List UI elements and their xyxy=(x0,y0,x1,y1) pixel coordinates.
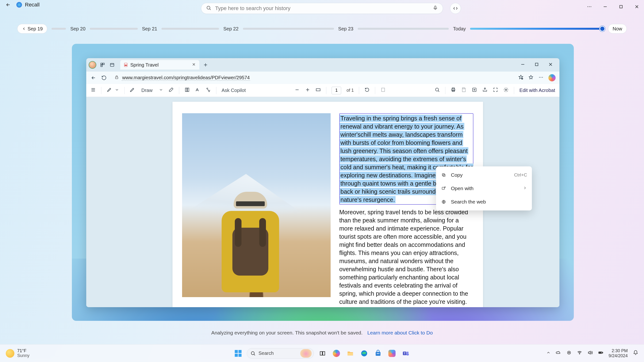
settings-icon[interactable] xyxy=(503,87,509,94)
chevron-right-icon xyxy=(523,186,527,191)
search-icon xyxy=(206,5,211,11)
timeline-segment[interactable] xyxy=(162,28,219,30)
taskbar-search[interactable]: Search xyxy=(247,348,314,359)
profile-avatar[interactable] xyxy=(89,61,96,69)
erase-icon[interactable] xyxy=(168,87,174,94)
browser-minimize-button[interactable] xyxy=(520,62,526,68)
svg-rect-9 xyxy=(101,65,102,66)
tab-close-icon[interactable] xyxy=(192,62,196,67)
copilot-icon[interactable] xyxy=(548,74,556,81)
timeline-segment[interactable] xyxy=(90,28,138,30)
rotate-icon[interactable] xyxy=(364,87,370,94)
site-info-icon[interactable] xyxy=(114,75,119,80)
page-number-input[interactable] xyxy=(332,87,341,94)
translate-icon[interactable] xyxy=(206,87,211,94)
svg-point-51 xyxy=(568,352,570,353)
recall-search-field[interactable] xyxy=(201,3,443,14)
favorites-icon[interactable] xyxy=(528,75,534,81)
browser-tab[interactable]: Spring Travel xyxy=(120,60,199,70)
pdf-viewport[interactable]: Traveling in the spring brings a fresh s… xyxy=(86,97,560,307)
workspaces-icon[interactable] xyxy=(99,61,106,68)
highlight-icon[interactable] xyxy=(106,87,112,94)
microphone-icon[interactable] xyxy=(433,5,438,11)
tray-onedrive-icon[interactable] xyxy=(556,350,561,357)
browser-close-button[interactable] xyxy=(548,62,553,68)
timeline-segment[interactable] xyxy=(52,28,66,30)
browser-maximize-button[interactable] xyxy=(534,62,539,68)
ask-copilot-button[interactable]: Ask Copilot xyxy=(222,88,246,93)
timeline-date-2: Sep 21 xyxy=(142,26,157,31)
context-menu-open-with[interactable]: Open with xyxy=(436,182,532,195)
pdf-contents-icon[interactable] xyxy=(90,87,96,94)
teams-icon[interactable]: T xyxy=(400,348,411,359)
read-aloud-icon[interactable] xyxy=(518,75,524,81)
tray-battery-icon[interactable] xyxy=(598,350,603,357)
context-menu-copy[interactable]: Copy Ctrl+C xyxy=(436,168,532,182)
learn-more-link[interactable]: Learn more about Click to Do xyxy=(367,330,433,336)
tray-wifi-icon[interactable] xyxy=(577,350,582,357)
expand-search-button[interactable] xyxy=(450,3,461,14)
recall-snapshot-frame: Spring Travel www.margiestravel.com/spri… xyxy=(72,44,574,321)
edge-icon[interactable] xyxy=(359,348,370,359)
edge-browser-window: Spring Travel www.margiestravel.com/spri… xyxy=(86,58,560,307)
minimize-button[interactable] xyxy=(601,2,610,11)
svg-rect-25 xyxy=(452,88,454,89)
recall-search-input[interactable] xyxy=(215,5,433,11)
edit-with-acrobat-button[interactable]: Edit with Acrobat xyxy=(520,88,555,93)
context-menu-search-web[interactable]: Search the web xyxy=(436,195,532,209)
recall-more-button[interactable] xyxy=(585,2,594,11)
store-icon[interactable] xyxy=(373,348,383,359)
save-icon[interactable] xyxy=(461,87,466,94)
chevron-down-icon[interactable] xyxy=(115,88,119,93)
timeline-date-pill[interactable]: Sep 19 xyxy=(17,24,47,33)
notifications-icon[interactable] xyxy=(633,350,638,357)
draw-label[interactable]: Draw xyxy=(141,88,152,93)
fullscreen-icon[interactable] xyxy=(493,87,498,94)
taskbar-search-label: Search xyxy=(258,351,274,356)
page-layout-icon[interactable] xyxy=(380,87,386,94)
fit-width-icon[interactable] xyxy=(316,87,321,94)
tab-actions-icon[interactable] xyxy=(109,61,116,68)
zoom-out-icon[interactable] xyxy=(294,87,300,94)
zoom-in-icon[interactable] xyxy=(305,87,310,94)
url-text: www.margiestravel.com/springtravelideas/… xyxy=(122,75,250,81)
tray-location-icon[interactable] xyxy=(566,350,572,357)
svg-rect-2 xyxy=(434,6,436,8)
task-view-icon[interactable] xyxy=(317,348,328,359)
browser-refresh-button[interactable] xyxy=(100,75,107,80)
search-highlight-icon xyxy=(300,349,312,358)
print-icon[interactable] xyxy=(451,87,456,94)
text-size-icon[interactable] xyxy=(195,87,200,94)
pdf-search-icon[interactable] xyxy=(434,87,440,94)
taskbar-weather-widget[interactable]: 71°F Sunny xyxy=(6,349,30,358)
add-note-icon[interactable] xyxy=(472,87,477,94)
timeline-segment[interactable] xyxy=(243,28,334,30)
browser-more-icon[interactable] xyxy=(538,75,544,81)
browser-back-button[interactable] xyxy=(90,75,97,80)
start-button[interactable] xyxy=(233,348,244,359)
copilot-taskbar-icon[interactable] xyxy=(331,348,342,359)
address-bar[interactable]: www.margiestravel.com/springtravelideas/… xyxy=(111,73,514,82)
timeline-today-track[interactable] xyxy=(470,28,604,30)
page-view-icon[interactable] xyxy=(184,87,190,94)
tray-volume-icon[interactable] xyxy=(588,350,593,357)
svg-rect-39 xyxy=(320,352,322,355)
share-icon[interactable] xyxy=(482,87,488,94)
svg-rect-43 xyxy=(376,352,380,356)
timeline-thumb[interactable] xyxy=(600,26,605,31)
close-button[interactable] xyxy=(632,2,641,11)
taskbar-clock[interactable]: 2:30 PM 9/24/2024 xyxy=(608,348,628,358)
svg-rect-7 xyxy=(101,63,102,65)
recall-timeline[interactable]: Sep 19 Sep 20 Sep 21 Sep 22 Sep 23 Today… xyxy=(17,23,627,34)
draw-icon[interactable] xyxy=(130,87,135,94)
maximize-button[interactable] xyxy=(617,2,625,11)
new-tab-button[interactable] xyxy=(202,61,209,68)
chevron-down-icon[interactable] xyxy=(159,88,163,93)
tray-chevron-icon[interactable] xyxy=(546,351,550,356)
recall-back-button[interactable] xyxy=(5,1,12,8)
file-explorer-icon[interactable] xyxy=(345,348,356,359)
timeline-segment[interactable] xyxy=(358,28,449,30)
timeline-now-button[interactable]: Now xyxy=(608,24,627,33)
copilot-app-icon[interactable] xyxy=(387,348,397,359)
windows-taskbar: 71°F Sunny Search T 2:30 PM 9/24/2024 xyxy=(0,344,644,362)
